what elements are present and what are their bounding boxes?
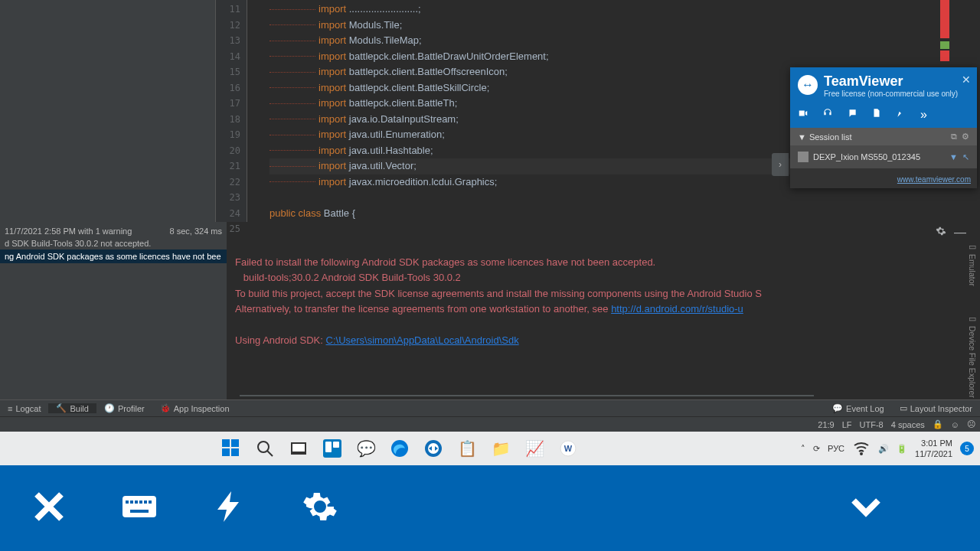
lock-icon[interactable]: 🔒 [933, 419, 943, 429]
cursor-icon[interactable]: ↖ [962, 152, 969, 162]
face-icon[interactable]: ☺ [951, 420, 959, 429]
tray-sync-icon[interactable]: ⟳ [813, 444, 820, 454]
close-icon[interactable]: ✕ [962, 73, 971, 86]
files-icon[interactable] [871, 108, 882, 122]
event-log-tab[interactable]: 💬 Event Log [825, 403, 892, 413]
build-warning-item[interactable]: d SDK Build-Tools 30.0.2 not accepted. [0, 237, 227, 249]
right-tool-tabs: ▭Emulator ▭Device File Explorer [965, 237, 980, 398]
svg-rect-1 [231, 439, 239, 447]
console-line: Failed to install the following Android … [235, 256, 655, 268]
collapse-toggle[interactable]: › [772, 153, 789, 176]
app-monitor-icon[interactable]: 📈 [525, 439, 544, 458]
svg-rect-23 [139, 500, 142, 504]
app-trello-icon[interactable] [323, 439, 341, 458]
headset-icon[interactable] [822, 108, 833, 122]
profiler-tab[interactable]: 🕐 Profiler [96, 403, 152, 413]
teamviewer-link[interactable]: www.teamviewer.com [897, 175, 971, 184]
caret-position[interactable]: 21:9 [818, 420, 834, 429]
svg-text:W: W [564, 444, 573, 453]
gear-icon[interactable] [302, 488, 338, 528]
chevron-down-icon[interactable]: ▼ [949, 152, 958, 162]
console-link[interactable]: http://d.android.com/r/studio-u [611, 303, 743, 315]
app-explorer-icon[interactable]: 📁 [492, 439, 510, 458]
svg-rect-20 [126, 500, 129, 504]
clock[interactable]: 3:01 PM 11/7/2021 [915, 438, 952, 459]
more-icon[interactable]: » [920, 108, 927, 122]
fold-gutter [247, 0, 270, 222]
chat-icon[interactable] [847, 108, 858, 122]
svg-rect-9 [325, 442, 332, 452]
svg-point-18 [861, 453, 862, 455]
svg-rect-0 [222, 439, 230, 447]
console-line: Alternatively, to transfer the license a… [235, 303, 611, 315]
horizontal-scrollbar[interactable] [240, 395, 814, 396]
svg-line-5 [267, 451, 273, 456]
build-tree-panel: 11/7/2021 2:58 PM with 1 warning 8 sec, … [0, 222, 227, 416]
svg-point-4 [258, 442, 269, 452]
app-word-icon[interactable]: W [559, 439, 577, 458]
svg-rect-22 [135, 500, 138, 504]
battery-icon[interactable]: 🔋 [897, 444, 907, 454]
session-item[interactable]: DEXP_Ixion MS550_0123456789 ▼↖ [790, 145, 977, 168]
teamviewer-toolbar: » [790, 105, 977, 128]
svg-rect-26 [130, 510, 149, 513]
layout-inspector-tab[interactable]: ▭ Layout Inspector [892, 403, 980, 413]
gear-icon[interactable] [936, 226, 946, 240]
chevron-down-icon[interactable] [848, 488, 884, 528]
collapse-icon: ▼ [798, 132, 806, 142]
peer-name: DEXP_Ixion MS550_0123456789 [813, 152, 920, 161]
task-view-icon[interactable] [289, 439, 308, 458]
logcat-tab[interactable]: ≡ Logcat [0, 404, 48, 413]
session-list-header[interactable]: ▼ Session list ⧉⚙ [790, 128, 977, 145]
remote-control-bar [0, 465, 980, 551]
teamviewer-logo-icon: ↔ [798, 75, 818, 95]
svg-rect-21 [130, 500, 133, 504]
svg-rect-19 [122, 496, 156, 517]
gear-icon[interactable]: ⚙ [962, 132, 969, 142]
video-icon[interactable] [798, 108, 808, 122]
build-options: — [936, 226, 966, 240]
app-teamviewer-icon[interactable] [424, 439, 443, 458]
close-icon[interactable] [31, 488, 67, 528]
svg-rect-10 [333, 442, 339, 448]
volume-icon[interactable]: 🔊 [878, 444, 889, 454]
app-edge-icon[interactable] [390, 439, 409, 458]
avatar-icon [798, 152, 808, 162]
svg-rect-25 [149, 500, 152, 504]
bottom-tool-tabs: ≡ Logcat 🔨 Build 🕐 Profiler 🐞 App Inspec… [0, 399, 980, 416]
build-console[interactable]: Failed to install the following Android … [235, 239, 938, 396]
search-icon[interactable] [256, 439, 274, 458]
keyboard-icon[interactable] [121, 488, 158, 528]
system-tray: ˄ ⟳ РУС 🔊 🔋 3:01 PM 11/7/2021 5 [801, 438, 974, 459]
app-inspection-tab[interactable]: 🐞 App Inspection [152, 403, 237, 413]
teamviewer-subtitle: Free license (non-commercial use only) [824, 90, 958, 99]
start-button[interactable] [222, 439, 240, 458]
app-discord-icon[interactable]: 💬 [357, 439, 375, 458]
app-notepad-icon[interactable]: 📋 [458, 439, 476, 458]
teamviewer-panel: ↔ TeamViewer Free license (non-commercia… [790, 67, 977, 188]
whiteboard-icon[interactable] [896, 108, 906, 122]
notification-badge[interactable]: 5 [960, 442, 974, 455]
gutter-empty [0, 0, 216, 222]
tray-expand-icon[interactable]: ˄ [801, 444, 805, 454]
file-encoding[interactable]: UTF-8 [860, 420, 884, 429]
svg-rect-3 [231, 448, 239, 456]
build-timestamp: 11/7/2021 2:58 PM with 1 warning [5, 227, 132, 236]
console-link-sdk[interactable]: C:\Users\simon\AppData\Local\Android\Sdk [326, 334, 519, 346]
build-error-item[interactable]: ng Android SDK packages as some licences… [0, 249, 227, 263]
popout-icon[interactable]: ⧉ [951, 132, 957, 142]
status-bar: 21:9 LF UTF-8 4 spaces 🔒 ☺ ☹ [0, 416, 980, 432]
line-gutter: 111213141516171819202122232425 [216, 0, 247, 222]
lightning-icon[interactable] [211, 488, 248, 528]
language-indicator[interactable]: РУС [828, 444, 844, 453]
console-line: Using Android SDK: [235, 334, 326, 346]
windows-taskbar: 💬 📋 📁 📈 W ˄ ⟳ РУС 🔊 🔋 3:01 PM 11/7/2021 … [0, 432, 980, 465]
face-icon[interactable]: ☹ [967, 419, 975, 429]
wifi-icon[interactable] [852, 439, 871, 458]
svg-rect-2 [222, 448, 230, 456]
emulator-tab[interactable]: ▭Emulator [965, 237, 980, 286]
device-file-explorer-tab[interactable]: ▭Device File Explorer [965, 309, 980, 398]
build-tab[interactable]: 🔨 Build [48, 403, 96, 413]
indent-config[interactable]: 4 spaces [891, 420, 925, 429]
line-separator[interactable]: LF [842, 420, 852, 429]
